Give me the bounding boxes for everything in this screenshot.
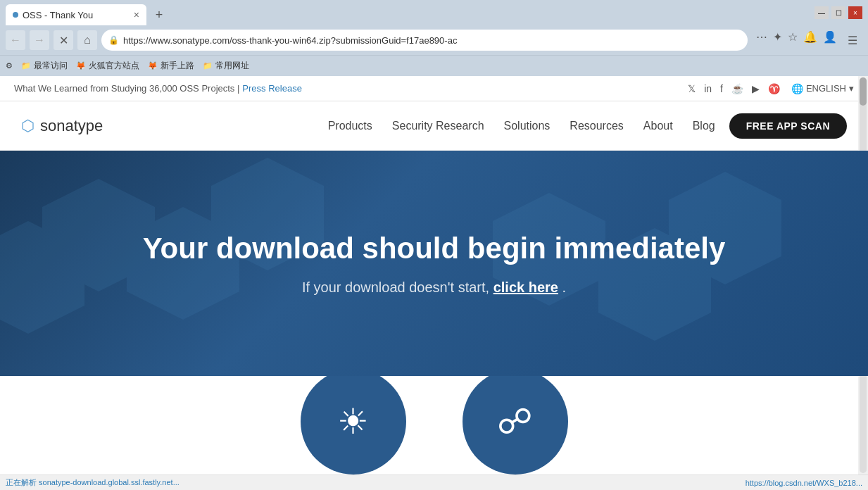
main-navigation: ⬡ sonatype Products Security Research So… [0, 101, 868, 151]
announcement-text: What We Learned from Studying 36,000 OSS… [14, 83, 239, 94]
hero-subtitle: If your download doesn't start, click he… [143, 279, 726, 296]
subtitle-start: If your download doesn't start, [302, 279, 489, 295]
home-button[interactable]: ⌂ [77, 30, 97, 50]
minimize-button[interactable]: — [814, 6, 829, 19]
nav-solutions[interactable]: Solutions [504, 120, 551, 132]
youtube-icon[interactable]: ▶ [752, 83, 760, 94]
scroll-thumb[interactable] [860, 77, 867, 106]
maximize-button[interactable]: ☐ [831, 6, 845, 19]
url-text: https://www.sonatype.com/oss-thank-you-w… [123, 35, 741, 46]
hero-content: Your download should begin immediately I… [143, 232, 726, 296]
github-icon[interactable]: ♈ [768, 83, 780, 94]
browser-menu-button[interactable]: ☰ [843, 30, 862, 50]
announcement-text-area: What We Learned from Studying 36,000 OSS… [14, 83, 302, 94]
webpage-content: What We Learned from Studying 36,000 OSS… [0, 76, 868, 475]
announcement-bar: What We Learned from Studying 36,000 OSS… [0, 76, 868, 101]
nav-links-group: Products Security Research Solutions Res… [328, 120, 715, 132]
linkedin-icon[interactable]: in [704, 83, 712, 94]
back-button[interactable]: ← [6, 30, 25, 50]
address-bar[interactable]: 🔒 https://www.sonatype.com/oss-thank-you… [101, 30, 748, 51]
menu-dots-icon[interactable]: ⋯ [756, 30, 767, 50]
logo-text: sonatype [40, 117, 103, 135]
bottom-circle-left: ☀ [301, 376, 406, 475]
profile-icon[interactable]: 👤 [823, 30, 837, 50]
browser-toolbar-icons: ⋯ ✦ ☆ 🔔 👤 ☰ [756, 30, 862, 50]
notification-icon[interactable]: 🔔 [803, 30, 817, 50]
nav-resources[interactable]: Resources [570, 120, 623, 132]
browser-status-bar: 正在解析 sonatype-download.global.ssl.fastly… [0, 475, 868, 490]
new-tab-button[interactable]: + [149, 5, 169, 25]
document-icon: ☍ [497, 401, 533, 442]
bookmark-settings[interactable]: ⚙ [6, 61, 13, 70]
logo-hexagon-icon: ⬡ [21, 117, 34, 135]
folder-icon: 📁 [21, 61, 31, 70]
language-label: ENGLISH [806, 83, 846, 94]
nav-products[interactable]: Products [328, 120, 372, 132]
fingerprint-icon: ☀ [337, 401, 369, 442]
instagram-icon[interactable]: ☕ [731, 83, 743, 94]
bookmark-common-sites-label: 常用网址 [215, 60, 249, 72]
tab-title: OSS - Thank You [23, 10, 93, 20]
window-controls: — ☐ × [814, 6, 862, 19]
tab-favicon [13, 12, 18, 18]
folder-icon-2: 📁 [203, 61, 213, 70]
free-app-scan-button[interactable]: FREE APP SCAN [729, 113, 847, 139]
status-url-right: https://blog.csdn.net/WXS_b218... [746, 479, 862, 487]
bookmark-most-visited[interactable]: 📁 最常访问 [21, 60, 68, 72]
settings-icon: ⚙ [6, 61, 13, 70]
firefox-icon-2: 🦊 [148, 61, 158, 70]
status-resolving-text: 正在解析 sonatype-download.global.ssl.fastly… [6, 477, 180, 488]
star-icon[interactable]: ☆ [788, 30, 798, 50]
bookmark-beginner-label: 新手上路 [161, 60, 194, 72]
firefox-icon: 🦊 [76, 61, 86, 70]
subtitle-end: . [562, 279, 567, 295]
reload-button[interactable]: ✕ [54, 30, 73, 50]
click-here-link[interactable]: click here [493, 279, 558, 295]
title-bar: OSS - Thank You × + — ☐ × [0, 0, 868, 25]
nav-about[interactable]: About [643, 120, 673, 132]
security-lock-icon: 🔒 [108, 35, 119, 45]
browser-window: OSS - Thank You × + — ☐ × ← → ✕ ⌂ 🔒 http… [0, 0, 868, 490]
bottom-circle-right: ☍ [463, 376, 568, 475]
twitter-icon[interactable]: 𝕏 [688, 83, 696, 94]
globe-icon: 🌐 [791, 83, 803, 94]
bookmark-fire-sites-label: 火狐官方站点 [89, 60, 139, 72]
bookmarks-bar: ⚙ 📁 最常访问 🦊 火狐官方站点 🦊 新手上路 📁 常用网址 [0, 55, 868, 76]
bookmark-most-visited-label: 最常访问 [34, 60, 68, 72]
forward-button[interactable]: → [30, 30, 49, 50]
nav-security-research[interactable]: Security Research [392, 120, 484, 132]
nav-blog[interactable]: Blog [693, 120, 715, 132]
browser-nav-bar: ← → ✕ ⌂ 🔒 https://www.sonatype.com/oss-t… [0, 25, 868, 55]
chevron-down-icon: ▾ [849, 83, 854, 94]
hero-section: Your download should begin immediately I… [0, 151, 868, 376]
bookmark-beginner[interactable]: 🦊 新手上路 [148, 60, 194, 72]
pocket-icon[interactable]: ✦ [773, 30, 782, 50]
bookmark-fire-sites[interactable]: 🦊 火狐官方站点 [76, 60, 139, 72]
language-selector[interactable]: 🌐 ENGLISH ▾ [791, 83, 854, 94]
facebook-icon[interactable]: f [720, 83, 723, 94]
bottom-section: ☀ ☍ [0, 376, 868, 475]
tab-close-button[interactable]: × [134, 9, 139, 20]
close-window-button[interactable]: × [848, 6, 862, 19]
bookmark-common-sites[interactable]: 📁 常用网址 [203, 60, 249, 72]
press-release-link[interactable]: Press Release [242, 83, 302, 94]
site-logo[interactable]: ⬡ sonatype [21, 117, 103, 135]
hero-title: Your download should begin immediately [143, 232, 726, 265]
social-icons-group: 𝕏 in f ☕ ▶ ♈ [688, 83, 780, 94]
active-tab[interactable]: OSS - Thank You × [6, 4, 146, 25]
